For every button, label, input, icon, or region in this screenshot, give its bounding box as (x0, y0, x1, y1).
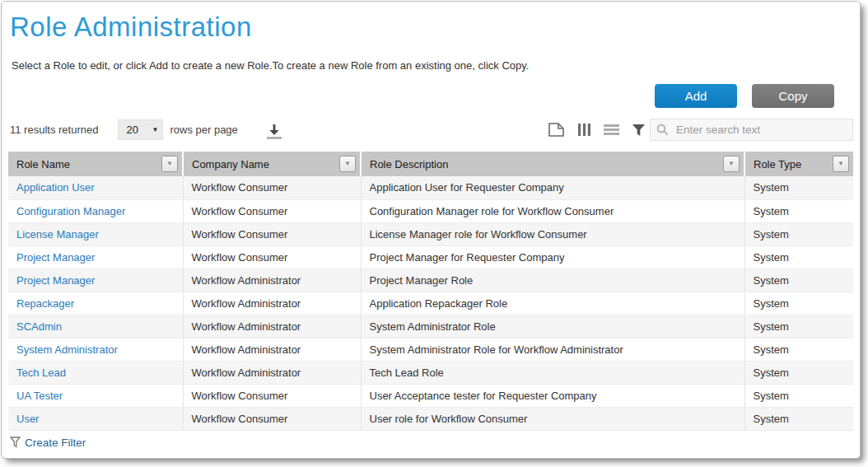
cell-role-description: System Administrator Role for Workflow A… (361, 338, 744, 361)
role-name-link[interactable]: Project Manager (16, 274, 95, 287)
roles-table: Role Name▼Company Name▼Role Description▼… (8, 152, 853, 431)
create-filter-row: Create Filter (10, 437, 860, 449)
row-lines-icon[interactable] (604, 124, 619, 136)
cell-role-name: Configuration Manager (8, 199, 183, 222)
table-row: License ManagerWorkflow ConsumerLicense … (8, 222, 853, 245)
page-title: Role Administration (10, 12, 860, 43)
results-count-text: 11 results returned (10, 124, 98, 136)
column-header-label: Company Name (192, 158, 269, 170)
page-subtitle: Select a Role to edit, or click Add to c… (12, 59, 860, 72)
table-row: System AdministratorWorkflow Administrat… (8, 338, 853, 361)
role-name-link[interactable]: Application User (16, 181, 95, 194)
table-row: Tech LeadWorkflow AdministratorTech Lead… (8, 361, 853, 384)
role-name-link[interactable]: UA Tester (16, 390, 63, 402)
add-button[interactable]: Add (655, 84, 737, 108)
cell-role-type: System (744, 199, 853, 222)
rows-per-page-select[interactable]: 20 (118, 119, 163, 140)
column-menu-button[interactable]: ▼ (339, 156, 356, 172)
rows-per-page-select-wrap: 20 ▼ (118, 119, 163, 140)
role-name-link[interactable]: Tech Lead (16, 367, 66, 379)
cell-role-type: System (744, 222, 853, 245)
cell-company-name: Workflow Consumer (183, 222, 361, 245)
cell-role-name: Project Manager (8, 269, 183, 292)
cell-company-name: Workflow Administrator (183, 315, 361, 338)
cell-role-name: User (8, 407, 183, 430)
cell-role-name: Repackager (8, 292, 183, 315)
column-header-label: Role Description (370, 158, 448, 170)
cell-company-name: Workflow Consumer (183, 176, 361, 199)
cell-role-description: Application Repackager Role (361, 292, 744, 315)
cell-company-name: Workflow Administrator (183, 361, 361, 384)
search-icon (656, 124, 669, 136)
table-row: UserWorkflow ConsumerUser role for Workf… (8, 407, 853, 430)
column-header-label: Role Name (16, 158, 70, 170)
role-name-link[interactable]: User (16, 413, 39, 425)
column-menu-button[interactable]: ▼ (723, 156, 740, 172)
cell-role-name: System Administrator (8, 338, 183, 361)
column-header-role-type[interactable]: Role Type▼ (744, 152, 853, 176)
column-header-label: Role Type (754, 158, 801, 170)
cell-role-type: System (744, 315, 853, 338)
cell-role-description: Application User for Requester Company (361, 176, 744, 199)
grid-toolbar: 11 results returned 20 ▼ rows per page (10, 119, 853, 141)
cell-role-description: System Administrator Role (361, 315, 744, 338)
roles-table-header: Role Name▼Company Name▼Role Description▼… (8, 152, 853, 176)
role-name-link[interactable]: Configuration Manager (16, 205, 125, 217)
funnel-icon (10, 437, 21, 448)
cell-role-type: System (744, 361, 853, 384)
grid-view-icons (548, 122, 646, 138)
role-name-link[interactable]: System Administrator (16, 343, 118, 356)
cell-role-type: System (744, 407, 853, 430)
action-buttons-row: Add Copy (2, 84, 834, 108)
cell-company-name: Workflow Consumer (183, 245, 361, 269)
role-name-link[interactable]: SCAdmin (16, 320, 62, 333)
cell-company-name: Workflow Administrator (183, 269, 361, 292)
cell-role-name: UA Tester (8, 384, 183, 407)
cell-role-name: Application User (8, 176, 183, 199)
cell-company-name: Workflow Consumer (183, 199, 361, 222)
cell-role-name: SCAdmin (8, 315, 183, 338)
cell-role-description: Project Manager for Requester Company (361, 245, 744, 269)
role-name-link[interactable]: Repackager (16, 297, 74, 310)
cell-role-name: Tech Lead (8, 361, 183, 384)
column-menu-button[interactable]: ▼ (161, 156, 178, 172)
cell-role-description: User Acceptance tester for Requester Com… (361, 384, 744, 407)
cell-role-type: System (744, 176, 853, 199)
column-header-company-name[interactable]: Company Name▼ (183, 152, 361, 176)
copy-button[interactable]: Copy (752, 84, 834, 108)
table-row: SCAdminWorkflow AdministratorSystem Admi… (8, 315, 853, 338)
role-name-link[interactable]: Project Manager (16, 251, 95, 264)
cell-company-name: Workflow Consumer (183, 384, 361, 407)
create-filter-link[interactable]: Create Filter (25, 437, 86, 449)
table-row: Project ManagerWorkflow AdministratorPro… (8, 269, 853, 292)
column-menu-button[interactable]: ▼ (833, 156, 849, 172)
column-header-role-description[interactable]: Role Description▼ (361, 152, 744, 176)
table-row: Project ManagerWorkflow ConsumerProject … (8, 245, 853, 269)
table-row: UA TesterWorkflow ConsumerUser Acceptanc… (8, 384, 853, 407)
cell-role-description: Configuration Manager role for Workflow … (361, 199, 744, 222)
column-chooser-icon[interactable] (577, 123, 591, 137)
search-box (650, 119, 853, 141)
search-input[interactable] (650, 119, 853, 141)
cell-role-type: System (744, 269, 853, 292)
cell-role-type: System (744, 338, 853, 361)
filter-funnel-icon[interactable] (632, 124, 646, 137)
page-icon[interactable] (548, 122, 565, 138)
cell-role-name: Project Manager (8, 245, 183, 269)
cell-company-name: Workflow Administrator (183, 292, 361, 315)
role-administration-page: Role Administration Select a Role to edi… (1, 1, 861, 459)
cell-role-description: Project Manager Role (361, 269, 744, 292)
cell-role-name: License Manager (8, 222, 183, 245)
cell-role-description: Tech Lead Role (361, 361, 744, 384)
cell-role-type: System (744, 384, 853, 407)
column-header-role-name[interactable]: Role Name▼ (8, 152, 183, 176)
cell-company-name: Workflow Consumer (183, 407, 361, 430)
cell-role-type: System (744, 292, 853, 315)
table-row: RepackagerWorkflow AdministratorApplicat… (8, 292, 853, 315)
cell-role-type: System (744, 245, 853, 269)
cell-role-description: License Manager role for Workflow Consum… (361, 222, 744, 245)
cell-role-description: User role for Workflow Consumer (361, 407, 744, 430)
download-export-icon[interactable] (264, 122, 284, 140)
cell-company-name: Workflow Administrator (183, 338, 361, 361)
role-name-link[interactable]: License Manager (16, 228, 99, 241)
